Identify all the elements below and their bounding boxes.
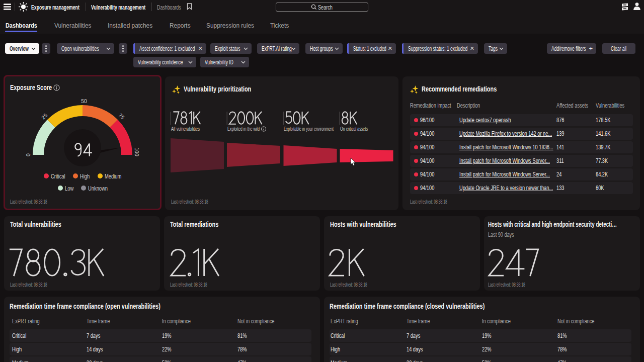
svg-text:Exploitable in your environmen: Exploitable in your environment [284, 126, 334, 132]
svg-text:0: 0 [25, 153, 31, 156]
svg-text:100: 100 [134, 147, 140, 156]
svg-text:On critical assets: On critical assets [340, 126, 368, 132]
svg-text:All vulnerabilities: All vulnerabilities [171, 126, 200, 132]
svg-text:75: 75 [117, 112, 126, 121]
svg-text:50: 50 [81, 98, 87, 104]
svg-text:Exploited in the wild: Exploited in the wild [227, 126, 260, 132]
svg-text:25: 25 [40, 112, 49, 121]
